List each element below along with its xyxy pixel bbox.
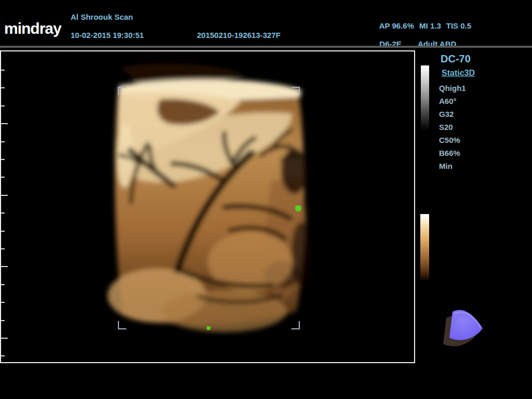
param-quality: Qhigh1 (439, 82, 466, 95)
mindray-logo: mindray (4, 20, 61, 37)
roi-bracket-top-left[interactable] (118, 87, 126, 95)
roi-cursor-dot[interactable] (295, 205, 301, 211)
grayscale-map-bar (421, 65, 429, 131)
ultrasound-3d-render[interactable] (1, 51, 414, 362)
vr-orientation-indicator (431, 304, 488, 352)
roi-cursor-square[interactable] (207, 326, 210, 330)
render-color-map-bar (420, 214, 429, 280)
param-contrast: C50% (439, 134, 466, 147)
machine-model-label: DC-70 (441, 53, 471, 65)
thermal-index-value: TIS 0.5 (446, 21, 471, 30)
param-gain: G32 (439, 108, 466, 121)
static3d-mode-link[interactable]: Static3D (442, 69, 475, 78)
exam-datetime: 10-02-2015 19:30:51 (71, 31, 144, 39)
image-display-area[interactable] (0, 50, 415, 363)
roi-bracket-bottom-right[interactable] (291, 321, 300, 329)
roi-bracket-bottom-left[interactable] (118, 321, 126, 329)
param-threshold: Min (439, 159, 466, 172)
render-parameter-list: Qhigh1 A60° G32 S20 C50% B66% Min (439, 82, 466, 172)
roi-bracket-top-right[interactable] (291, 87, 300, 95)
param-angle: A60° (439, 95, 466, 108)
hospital-name: Al Shroouk Scan (71, 12, 133, 21)
header-separator-line (0, 46, 532, 48)
param-smooth: S20 (439, 121, 466, 134)
acoustic-indices: AP 96.6%MI 1.3TIS 0.5 (375, 12, 476, 30)
exam-id: 20150210-192613-327F (197, 31, 281, 39)
mechanical-index-value: MI 1.3 (419, 21, 441, 30)
acoustic-power-value: AP 96.6% (379, 21, 414, 30)
param-brightness: B66% (439, 147, 466, 159)
